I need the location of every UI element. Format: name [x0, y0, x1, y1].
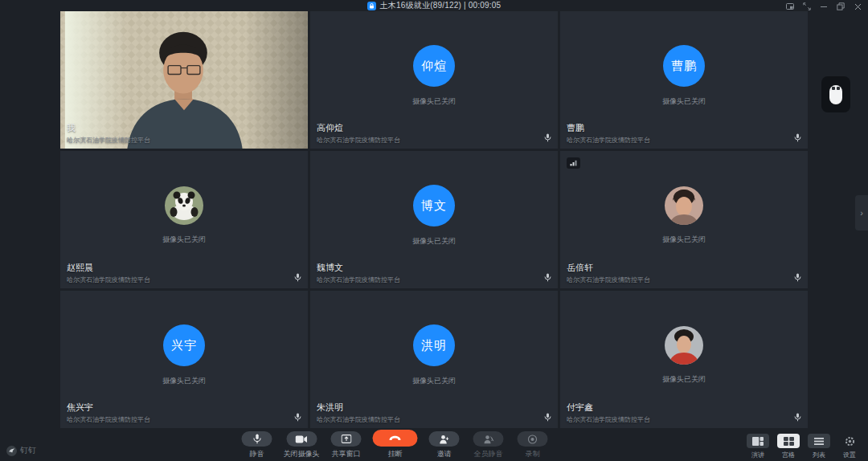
record-label: 录制	[526, 449, 540, 459]
avatar-photo	[165, 186, 203, 225]
participant-org: 哈尔滨石油学院疫情防控平台	[567, 275, 650, 284]
participant-org: 哈尔滨石油学院疫情防控平台	[567, 415, 650, 424]
minimize-icon[interactable]	[820, 2, 828, 10]
camera-off-button[interactable]: 关闭摄像头	[284, 431, 320, 459]
meeting-lock-icon	[367, 2, 376, 10]
participant-tile[interactable]: 曹鹏 摄像头已关闭 曹鹏 哈尔滨石油学院疫情防控平台	[560, 11, 808, 149]
invite-label: 邀请	[437, 449, 452, 459]
mute-all-label: 全员静音	[474, 449, 503, 459]
participant-tile[interactable]: 摄像头已关闭 付宇鑫 哈尔滨石油学院疫情防控平台	[560, 291, 808, 428]
participant-org: 哈尔滨石油学院疫情防控平台	[67, 415, 150, 424]
participant-name: 赵熙晨	[67, 262, 150, 274]
avatar-initials: 洪明	[413, 324, 455, 366]
invite-person-icon	[440, 434, 449, 444]
speaker-view-label: 演讲	[751, 451, 764, 459]
microphone-icon	[544, 273, 551, 282]
microphone-icon	[794, 133, 801, 142]
settings-button[interactable]: 设置	[837, 434, 862, 459]
portrait-photo	[665, 186, 703, 225]
mouse-icon	[829, 84, 843, 105]
grid-view-button[interactable]: 宫格	[776, 434, 800, 459]
avatar-photo	[665, 186, 703, 225]
participant-name: 曹鹏	[567, 122, 650, 134]
participant-tile[interactable]: 洪明 摄像头已关闭 朱洪明 哈尔滨石油学院疫情防控平台	[310, 291, 558, 428]
participant-org: 哈尔滨石油学院疫情防控平台	[317, 136, 400, 145]
microphone-icon	[794, 413, 801, 422]
participant-label: 焦兴宇 哈尔滨石油学院疫情防控平台	[67, 402, 150, 424]
participant-name: 我	[67, 122, 150, 134]
record-button[interactable]: 录制	[515, 431, 551, 459]
participant-label: 我 哈尔滨石油学院疫情防控平台	[67, 122, 150, 145]
hangup-label: 挂断	[388, 449, 403, 459]
microphone-icon	[794, 273, 801, 282]
participant-name: 魏博文	[317, 262, 400, 274]
dingtalk-logo-label: 钉钉	[20, 445, 36, 456]
participant-grid: 我 哈尔滨石油学院疫情防控平台 仰煊 摄像头已关闭 高仰煊 哈尔滨石油学院疫情防…	[60, 11, 808, 428]
meeting-title: 土木16级就业(89/122) | 00:09:05	[380, 0, 502, 11]
titlebar[interactable]: 土木16级就业(89/122) | 00:09:05	[0, 0, 868, 11]
mute-button[interactable]: 静音	[240, 431, 275, 459]
participant-tile[interactable]: 兴宇 摄像头已关闭 焦兴宇 哈尔滨石油学院疫情防控平台	[60, 291, 308, 428]
list-view-label: 列表	[813, 451, 825, 459]
expand-panel-chevron[interactable]: ›	[855, 195, 868, 230]
camera-off-status: 摄像头已关闭	[162, 376, 206, 386]
participant-tile[interactable]: 博文 摄像头已关闭 魏博文 哈尔滨石油学院疫情防控平台	[310, 151, 558, 288]
participant-tile-self[interactable]: 我 哈尔滨石油学院疫情防控平台	[60, 11, 308, 149]
participant-org: 哈尔滨石油学院疫情防控平台	[67, 275, 150, 284]
invite-button[interactable]: 邀请	[427, 431, 462, 459]
participant-org: 哈尔滨石油学院疫情防控平台	[567, 136, 650, 145]
close-icon[interactable]	[854, 2, 862, 10]
chevron-right-icon: ›	[860, 208, 863, 218]
fullscreen-icon[interactable]	[803, 2, 811, 10]
view-controls: 演讲 宫格 列表 设置	[746, 434, 862, 459]
camera-off-status: 摄像头已关闭	[662, 235, 706, 245]
participant-name: 高仰煊	[317, 122, 400, 134]
participant-label: 赵熙晨 哈尔滨石油学院疫情防控平台	[67, 262, 150, 284]
participant-name: 焦兴宇	[67, 402, 150, 414]
dingtalk-wing-icon	[6, 446, 17, 456]
share-window-icon	[341, 434, 351, 443]
camera-off-status: 摄像头已关闭	[662, 96, 706, 107]
participant-label: 曹鹏 哈尔滨石油学院疫情防控平台	[567, 122, 650, 145]
participant-label: 朱洪明 哈尔滨石油学院疫情防控平台	[317, 402, 400, 424]
share-window-button[interactable]: 共享窗口	[329, 431, 364, 459]
participant-tile[interactable]: 摄像头已关闭 赵熙晨 哈尔滨石油学院疫情防控平台	[60, 151, 308, 288]
speaker-view-button[interactable]: 演讲	[746, 434, 770, 459]
restore-icon[interactable]	[837, 2, 845, 10]
microphone-icon	[294, 413, 301, 422]
gear-icon	[845, 436, 855, 447]
camera-off-status: 摄像头已关闭	[162, 235, 206, 245]
participant-name: 朱洪明	[317, 402, 400, 414]
participant-label: 高仰煊 哈尔滨石油学院疫情防控平台	[317, 122, 400, 145]
participant-name: 岳倍轩	[567, 262, 650, 274]
participant-label: 岳倍轩 哈尔滨石油学院疫情防控平台	[567, 262, 650, 284]
microphone-icon	[544, 413, 551, 422]
participant-tile[interactable]: 摄像头已关闭 岳倍轩 哈尔滨石油学院疫情防控平台	[560, 151, 808, 288]
avatar-initials: 兴宇	[163, 324, 205, 366]
hangup-button[interactable]: 挂断	[373, 430, 418, 459]
participant-name: 付宇鑫	[567, 402, 650, 414]
participant-org: 哈尔滨石油学院疫情防控平台	[317, 415, 400, 424]
avatar-photo	[665, 326, 703, 365]
participant-label: 魏博文 哈尔滨石油学院疫情防控平台	[317, 262, 400, 284]
mute-all-button[interactable]: 全员静音	[471, 431, 506, 459]
record-icon	[528, 434, 538, 444]
participant-org: 哈尔滨石油学院疫情防控平台	[317, 275, 400, 284]
portrait-red-photo	[665, 326, 703, 365]
phone-hangup-icon	[389, 435, 402, 441]
remote-mouse-control[interactable]	[821, 76, 850, 112]
pip-icon[interactable]	[786, 2, 794, 10]
list-view-button[interactable]: 列表	[807, 434, 831, 459]
participant-org: 哈尔滨石油学院疫情防控平台	[67, 136, 150, 145]
microphone-icon	[544, 133, 551, 142]
microphone-icon	[294, 273, 301, 282]
camera-icon	[296, 435, 308, 443]
participant-label: 付宇鑫 哈尔滨石油学院疫情防控平台	[567, 402, 650, 424]
settings-label: 设置	[843, 451, 856, 459]
camera-off-status: 摄像头已关闭	[662, 374, 706, 385]
participant-tile[interactable]: 仰煊 摄像头已关闭 高仰煊 哈尔滨石油学院疫情防控平台	[310, 11, 558, 149]
camera-off-status: 摄像头已关闭	[412, 96, 456, 107]
dingtalk-logo: 钉钉	[6, 445, 36, 456]
grid-view-icon	[784, 437, 794, 446]
panda-photo	[165, 186, 203, 225]
